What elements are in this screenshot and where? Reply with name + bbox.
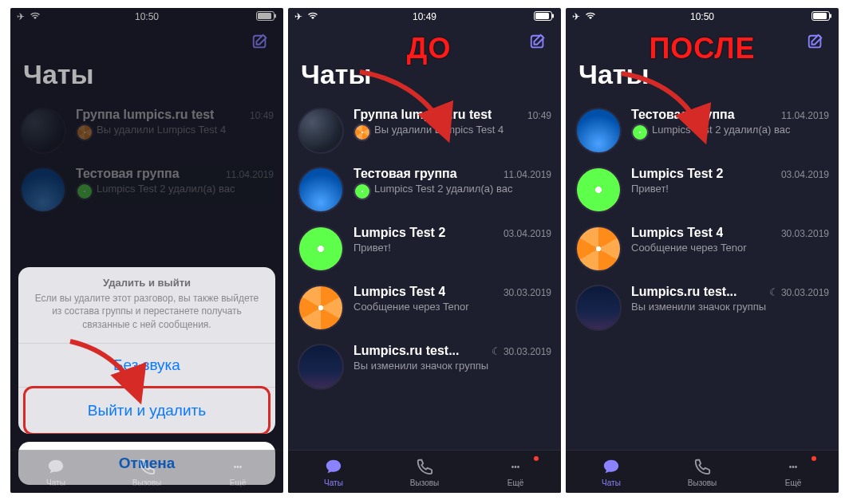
tab-calls[interactable]: Вызовы [101,451,192,493]
airplane-mode-icon: ✈︎ [294,11,302,22]
chat-row[interactable]: Тестовая группа 11.04.2019Lumpics Test 2… [288,160,561,219]
chat-time: 10:49 [527,110,551,121]
chat-time: ☾ 30.03.2019 [488,345,551,357]
chat-name: Lumpics Test 2 [353,226,445,240]
status-bar: ✈︎ 10:49 [288,8,561,26]
chat-avatar [298,344,344,390]
svg-rect-10 [830,14,831,18]
chat-avatar [575,226,622,272]
screenshot-panel-3: ✈︎ 10:50 Чаты Тестовая группа 11.04.2019… [566,8,839,493]
chat-snippet: Вы удалили Lumpics Test 4 [353,124,551,141]
chat-name: Тестовая группа [631,108,735,122]
compose-button[interactable] [805,32,826,53]
chat-avatar [298,285,344,331]
battery-icon [811,11,832,23]
airplane-mode-icon: ✈︎ [572,11,580,22]
chat-time: 30.03.2019 [781,228,829,239]
chat-avatar [298,108,344,154]
chat-row[interactable]: Группа lumpics.ru test 10:49Вы удалили L… [288,101,561,160]
chat-name: Lumpics.ru test... [631,285,736,299]
chat-avatar [298,167,344,213]
compose-button[interactable] [527,32,548,53]
status-time: 10:50 [690,11,714,22]
highlighted-action: Выйти и удалить [23,386,270,434]
tab-chats[interactable]: Чаты [288,451,379,493]
status-bar: ✈︎ 10:50 [566,8,839,26]
screenshot-panel-1: ✈︎ 10:50 Чаты Группа lumpics.ru test 10:… [10,8,283,493]
sheet-description: Если вы удалите этот разговор, вы также … [18,292,275,343]
tab-calls[interactable]: Вызовы [379,451,470,493]
chat-row[interactable]: Lumpics Test 2 03.04.2019Привет! [566,160,839,219]
chat-time: 03.04.2019 [781,169,829,180]
svg-rect-6 [552,14,554,18]
tab-bar: Чаты Вызовы •••Ещё [10,450,283,493]
tab-chats[interactable]: Чаты [10,451,101,493]
chat-row[interactable]: Lumpics.ru test...☾ 30.03.2019Вы изменил… [288,337,561,396]
chat-name: Тестовая группа [353,167,457,181]
svg-rect-9 [813,13,827,19]
mute-moon-icon: ☾ [492,345,501,357]
overlay-label-after: ПОСЛЕ [649,32,755,65]
chat-name: Lumpics Test 2 [631,167,723,181]
chat-list: Группа lumpics.ru test 10:49Вы удалили L… [288,101,561,396]
chat-row[interactable]: Lumpics Test 4 30.03.2019Сообщение через… [566,219,839,278]
chat-name: Lumpics Test 4 [353,285,445,299]
chat-name: Lumpics Test 4 [631,226,723,240]
chat-name: Lumpics.ru test... [353,344,459,358]
tab-more[interactable]: •••Ещё [470,451,561,493]
wifi-icon [307,11,318,22]
leave-and-delete-button[interactable]: Выйти и удалить [26,389,268,432]
mute-moon-icon: ☾ [769,286,779,298]
tab-more[interactable]: •••Ещё [748,451,839,493]
tab-bar: Чаты Вызовы •••Ещё [566,450,839,493]
screenshot-panel-2: ✈︎ 10:49 Чаты Группа lumpics.ru test 10:… [288,8,561,493]
chat-avatar [575,167,622,213]
chat-time: 11.04.2019 [781,110,829,121]
badge-dot [810,455,818,463]
chat-snippet: Вы изменили значок группы [631,301,829,313]
sender-mini-avatar [353,183,371,200]
sender-mini-avatar [353,124,371,141]
chat-row[interactable]: Lumpics Test 4 30.03.2019Сообщение через… [288,278,561,337]
tab-calls[interactable]: Вызовы [657,451,748,493]
chat-snippet: Вы изменили значок группы [353,360,551,372]
overlay-label-before: ДО [407,32,452,65]
chat-snippet: Сообщение через Tenor [631,242,829,254]
chat-snippet: Сообщение через Tenor [353,301,551,313]
badge-dot [532,455,540,463]
sender-mini-avatar [631,124,649,141]
chat-snippet: Lumpics Test 2 удалил(а) вас [353,183,551,200]
chat-avatar [575,108,622,154]
chat-time: 03.04.2019 [503,228,551,239]
tab-more[interactable]: •••Ещё [192,451,283,493]
chat-name: Группа lumpics.ru test [353,108,492,122]
status-time: 10:49 [413,11,436,22]
chat-snippet: Привет! [631,183,829,195]
chat-row[interactable]: Тестовая группа 11.04.2019Lumpics Test 2… [566,101,839,160]
svg-rect-5 [535,13,549,19]
tab-bar: Чаты Вызовы •••Ещё [288,450,561,493]
wifi-icon [585,11,596,22]
chat-list: Тестовая группа 11.04.2019Lumpics Test 2… [566,101,839,337]
chat-row[interactable]: Lumpics Test 2 03.04.2019Привет! [288,219,561,278]
mute-button[interactable]: Без звука [18,344,275,387]
tab-chats[interactable]: Чаты [566,451,657,493]
chat-row[interactable]: Lumpics.ru test...☾ 30.03.2019Вы изменил… [566,278,839,337]
chat-avatar [298,226,344,272]
chat-time: 11.04.2019 [503,169,551,180]
chat-time: 30.03.2019 [503,287,551,298]
battery-icon [534,11,555,23]
chat-avatar [575,285,622,331]
chat-time: ☾ 30.03.2019 [766,286,829,298]
chat-snippet: Lumpics Test 2 удалил(а) вас [631,124,829,141]
sheet-title: Удалить и выйти [18,267,275,292]
chat-snippet: Привет! [353,242,551,254]
